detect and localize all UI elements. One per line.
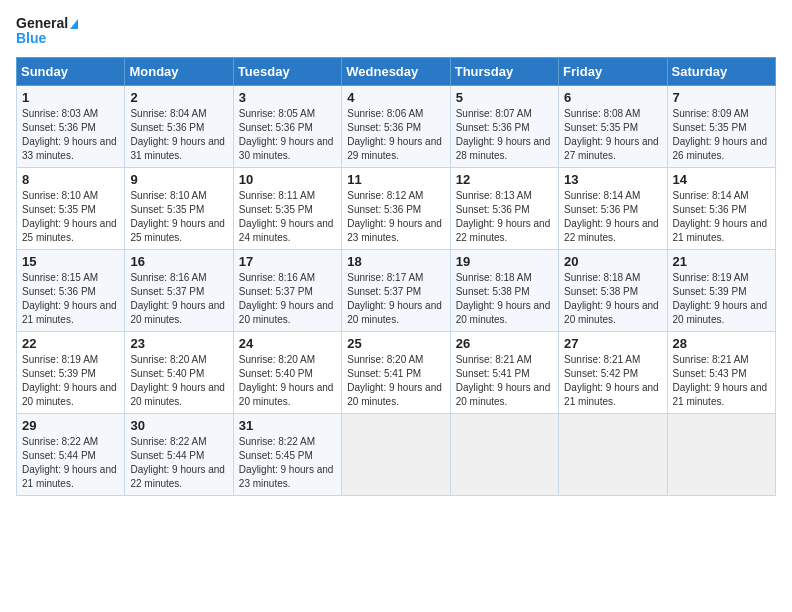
day-info: Sunrise: 8:05 AMSunset: 5:36 PMDaylight:… bbox=[239, 107, 336, 163]
day-info: Sunrise: 8:19 AMSunset: 5:39 PMDaylight:… bbox=[673, 271, 770, 327]
weekday-header-cell: Thursday bbox=[450, 57, 558, 85]
day-number: 22 bbox=[22, 336, 119, 351]
weekday-header-cell: Tuesday bbox=[233, 57, 341, 85]
day-info: Sunrise: 8:16 AMSunset: 5:37 PMDaylight:… bbox=[239, 271, 336, 327]
day-number: 28 bbox=[673, 336, 770, 351]
day-number: 2 bbox=[130, 90, 227, 105]
day-info: Sunrise: 8:12 AMSunset: 5:36 PMDaylight:… bbox=[347, 189, 444, 245]
calendar-day-cell: 4Sunrise: 8:06 AMSunset: 5:36 PMDaylight… bbox=[342, 85, 450, 167]
day-number: 6 bbox=[564, 90, 661, 105]
calendar-week-row: 22Sunrise: 8:19 AMSunset: 5:39 PMDayligh… bbox=[17, 331, 776, 413]
day-number: 7 bbox=[673, 90, 770, 105]
calendar-day-cell: 26Sunrise: 8:21 AMSunset: 5:41 PMDayligh… bbox=[450, 331, 558, 413]
calendar-week-row: 1Sunrise: 8:03 AMSunset: 5:36 PMDaylight… bbox=[17, 85, 776, 167]
day-info: Sunrise: 8:21 AMSunset: 5:42 PMDaylight:… bbox=[564, 353, 661, 409]
day-number: 29 bbox=[22, 418, 119, 433]
calendar-day-cell: 23Sunrise: 8:20 AMSunset: 5:40 PMDayligh… bbox=[125, 331, 233, 413]
day-number: 25 bbox=[347, 336, 444, 351]
day-number: 13 bbox=[564, 172, 661, 187]
calendar-day-cell: 24Sunrise: 8:20 AMSunset: 5:40 PMDayligh… bbox=[233, 331, 341, 413]
calendar-day-cell: 5Sunrise: 8:07 AMSunset: 5:36 PMDaylight… bbox=[450, 85, 558, 167]
day-info: Sunrise: 8:14 AMSunset: 5:36 PMDaylight:… bbox=[564, 189, 661, 245]
day-number: 27 bbox=[564, 336, 661, 351]
calendar-week-row: 15Sunrise: 8:15 AMSunset: 5:36 PMDayligh… bbox=[17, 249, 776, 331]
day-info: Sunrise: 8:08 AMSunset: 5:35 PMDaylight:… bbox=[564, 107, 661, 163]
day-info: Sunrise: 8:20 AMSunset: 5:41 PMDaylight:… bbox=[347, 353, 444, 409]
calendar-day-cell: 6Sunrise: 8:08 AMSunset: 5:35 PMDaylight… bbox=[559, 85, 667, 167]
day-info: Sunrise: 8:20 AMSunset: 5:40 PMDaylight:… bbox=[130, 353, 227, 409]
day-number: 31 bbox=[239, 418, 336, 433]
logo-blue: Blue bbox=[16, 31, 78, 46]
calendar-day-cell: 15Sunrise: 8:15 AMSunset: 5:36 PMDayligh… bbox=[17, 249, 125, 331]
calendar-day-cell: 3Sunrise: 8:05 AMSunset: 5:36 PMDaylight… bbox=[233, 85, 341, 167]
calendar-body: 1Sunrise: 8:03 AMSunset: 5:36 PMDaylight… bbox=[17, 85, 776, 495]
calendar-day-cell: 11Sunrise: 8:12 AMSunset: 5:36 PMDayligh… bbox=[342, 167, 450, 249]
day-number: 24 bbox=[239, 336, 336, 351]
day-number: 8 bbox=[22, 172, 119, 187]
day-info: Sunrise: 8:22 AMSunset: 5:45 PMDaylight:… bbox=[239, 435, 336, 491]
day-info: Sunrise: 8:03 AMSunset: 5:36 PMDaylight:… bbox=[22, 107, 119, 163]
day-info: Sunrise: 8:16 AMSunset: 5:37 PMDaylight:… bbox=[130, 271, 227, 327]
calendar-day-cell: 9Sunrise: 8:10 AMSunset: 5:35 PMDaylight… bbox=[125, 167, 233, 249]
weekday-header-cell: Friday bbox=[559, 57, 667, 85]
calendar-day-cell: 22Sunrise: 8:19 AMSunset: 5:39 PMDayligh… bbox=[17, 331, 125, 413]
calendar-day-cell: 8Sunrise: 8:10 AMSunset: 5:35 PMDaylight… bbox=[17, 167, 125, 249]
calendar-week-row: 29Sunrise: 8:22 AMSunset: 5:44 PMDayligh… bbox=[17, 413, 776, 495]
day-number: 30 bbox=[130, 418, 227, 433]
day-info: Sunrise: 8:10 AMSunset: 5:35 PMDaylight:… bbox=[130, 189, 227, 245]
calendar-day-cell: 10Sunrise: 8:11 AMSunset: 5:35 PMDayligh… bbox=[233, 167, 341, 249]
day-number: 18 bbox=[347, 254, 444, 269]
day-number: 10 bbox=[239, 172, 336, 187]
day-info: Sunrise: 8:15 AMSunset: 5:36 PMDaylight:… bbox=[22, 271, 119, 327]
day-info: Sunrise: 8:14 AMSunset: 5:36 PMDaylight:… bbox=[673, 189, 770, 245]
day-number: 12 bbox=[456, 172, 553, 187]
day-info: Sunrise: 8:22 AMSunset: 5:44 PMDaylight:… bbox=[130, 435, 227, 491]
day-number: 20 bbox=[564, 254, 661, 269]
calendar-day-cell bbox=[450, 413, 558, 495]
day-number: 21 bbox=[673, 254, 770, 269]
day-number: 4 bbox=[347, 90, 444, 105]
calendar-week-row: 8Sunrise: 8:10 AMSunset: 5:35 PMDaylight… bbox=[17, 167, 776, 249]
calendar-day-cell bbox=[342, 413, 450, 495]
day-number: 23 bbox=[130, 336, 227, 351]
day-info: Sunrise: 8:07 AMSunset: 5:36 PMDaylight:… bbox=[456, 107, 553, 163]
day-number: 26 bbox=[456, 336, 553, 351]
calendar-day-cell bbox=[559, 413, 667, 495]
logo-text-block: General Blue bbox=[16, 16, 78, 47]
weekday-header-cell: Wednesday bbox=[342, 57, 450, 85]
day-info: Sunrise: 8:09 AMSunset: 5:35 PMDaylight:… bbox=[673, 107, 770, 163]
day-number: 17 bbox=[239, 254, 336, 269]
day-info: Sunrise: 8:11 AMSunset: 5:35 PMDaylight:… bbox=[239, 189, 336, 245]
calendar-day-cell: 29Sunrise: 8:22 AMSunset: 5:44 PMDayligh… bbox=[17, 413, 125, 495]
page-header: General Blue bbox=[16, 16, 776, 47]
weekday-header-row: SundayMondayTuesdayWednesdayThursdayFrid… bbox=[17, 57, 776, 85]
day-number: 9 bbox=[130, 172, 227, 187]
day-number: 1 bbox=[22, 90, 119, 105]
day-info: Sunrise: 8:21 AMSunset: 5:41 PMDaylight:… bbox=[456, 353, 553, 409]
day-number: 3 bbox=[239, 90, 336, 105]
calendar-day-cell: 2Sunrise: 8:04 AMSunset: 5:36 PMDaylight… bbox=[125, 85, 233, 167]
day-info: Sunrise: 8:06 AMSunset: 5:36 PMDaylight:… bbox=[347, 107, 444, 163]
day-number: 19 bbox=[456, 254, 553, 269]
day-info: Sunrise: 8:20 AMSunset: 5:40 PMDaylight:… bbox=[239, 353, 336, 409]
calendar-day-cell: 20Sunrise: 8:18 AMSunset: 5:38 PMDayligh… bbox=[559, 249, 667, 331]
calendar-day-cell bbox=[667, 413, 775, 495]
weekday-header-cell: Saturday bbox=[667, 57, 775, 85]
day-info: Sunrise: 8:17 AMSunset: 5:37 PMDaylight:… bbox=[347, 271, 444, 327]
calendar-day-cell: 12Sunrise: 8:13 AMSunset: 5:36 PMDayligh… bbox=[450, 167, 558, 249]
day-number: 14 bbox=[673, 172, 770, 187]
calendar-day-cell: 25Sunrise: 8:20 AMSunset: 5:41 PMDayligh… bbox=[342, 331, 450, 413]
day-number: 15 bbox=[22, 254, 119, 269]
calendar-day-cell: 18Sunrise: 8:17 AMSunset: 5:37 PMDayligh… bbox=[342, 249, 450, 331]
calendar-day-cell: 13Sunrise: 8:14 AMSunset: 5:36 PMDayligh… bbox=[559, 167, 667, 249]
weekday-header-cell: Monday bbox=[125, 57, 233, 85]
day-info: Sunrise: 8:18 AMSunset: 5:38 PMDaylight:… bbox=[564, 271, 661, 327]
day-info: Sunrise: 8:13 AMSunset: 5:36 PMDaylight:… bbox=[456, 189, 553, 245]
logo-general: General bbox=[16, 16, 78, 31]
calendar-day-cell: 31Sunrise: 8:22 AMSunset: 5:45 PMDayligh… bbox=[233, 413, 341, 495]
day-info: Sunrise: 8:19 AMSunset: 5:39 PMDaylight:… bbox=[22, 353, 119, 409]
day-info: Sunrise: 8:22 AMSunset: 5:44 PMDaylight:… bbox=[22, 435, 119, 491]
calendar-day-cell: 30Sunrise: 8:22 AMSunset: 5:44 PMDayligh… bbox=[125, 413, 233, 495]
calendar-day-cell: 1Sunrise: 8:03 AMSunset: 5:36 PMDaylight… bbox=[17, 85, 125, 167]
weekday-header-cell: Sunday bbox=[17, 57, 125, 85]
